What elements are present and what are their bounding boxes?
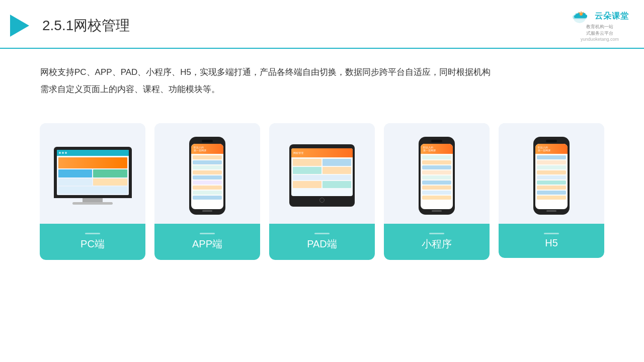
description-line2: 需求自定义页面上的内容、课程、功能模块等。 (40, 81, 604, 98)
card-app-label: APP端 (154, 224, 260, 260)
cloud-icon (571, 9, 592, 23)
card-miniprogram: 职达人的第一堂网课 (384, 123, 490, 260)
card-h5-image: 职达人的第一堂网课 (499, 123, 604, 224)
phone-mockup-h5: 职达人的第一堂网课 (533, 137, 570, 215)
svg-point-1 (580, 13, 583, 16)
phone-mockup-mini: 职达人的第一堂网课 (419, 137, 455, 215)
card-miniprogram-image: 职达人的第一堂网课 (384, 123, 490, 224)
pc-mockup (54, 147, 132, 205)
card-pad-label: PAD端 (269, 224, 375, 260)
logo-url: yunduoketang.com (581, 37, 619, 42)
cards-container: PC端 职达人的第一堂网课 (0, 108, 644, 260)
title-number: 2.5.1 (42, 18, 73, 33)
header: 2.5.1网校管理 云朵课堂 教育机构一站 式服务云平台 yunduoketan… (0, 0, 644, 49)
logo-text: 云朵课堂 (595, 11, 629, 22)
page-title: 2.5.1网校管理 (42, 16, 130, 35)
card-h5-label: H5 (499, 224, 604, 258)
description-line1: 网校支持PC、APP、PAD、小程序、H5，实现多端打通，产品各终端自由切换，数… (40, 64, 604, 81)
card-pad-image: 网校管理 (269, 123, 375, 224)
card-pc: PC端 (40, 123, 145, 260)
card-app: 职达人的第一堂网课 (154, 123, 260, 260)
card-miniprogram-label: 小程序 (384, 224, 490, 260)
play-icon (10, 15, 29, 37)
header-left: 2.5.1网校管理 (10, 15, 130, 37)
phone-mockup-app: 职达人的第一堂网课 (189, 137, 225, 215)
logo-area: 云朵课堂 教育机构一站 式服务云平台 yunduoketang.com (571, 9, 629, 42)
card-app-image: 职达人的第一堂网课 (154, 123, 260, 224)
card-pad: 网校管理 (269, 123, 375, 260)
title-main: 网校管理 (73, 18, 130, 33)
tablet-mockup: 网校管理 (289, 144, 355, 207)
svg-line-4 (579, 13, 580, 14)
logo-cloud: 云朵课堂 (571, 9, 629, 23)
card-pc-image (40, 123, 145, 224)
description-block: 网校支持PC、APP、PAD、小程序、H5，实现多端打通，产品各终端自由切换，数… (0, 49, 644, 103)
card-h5: 职达人的第一堂网课 (499, 123, 604, 258)
svg-line-3 (583, 13, 584, 14)
card-pc-label: PC端 (40, 224, 145, 260)
logo-subtitle: 教育机构一站 式服务云平台 (586, 24, 613, 36)
